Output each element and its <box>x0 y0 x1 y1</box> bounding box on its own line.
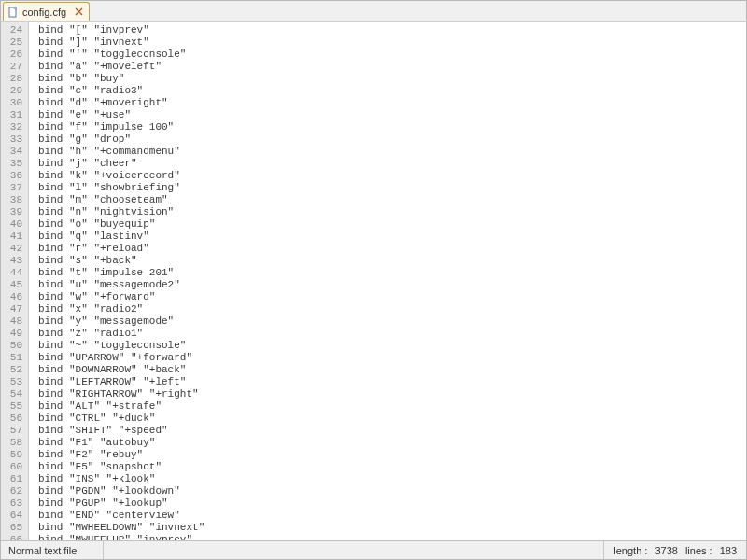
line-number: 34 <box>1 146 28 158</box>
code-line[interactable]: bind "UPARROW" "+forward" <box>38 352 746 364</box>
code-line[interactable]: bind "F1" "autobuy" <box>38 437 746 449</box>
code-line[interactable]: bind "n" "nightvision" <box>38 206 746 218</box>
code-line[interactable]: bind "RIGHTARROW" "+right" <box>38 388 746 400</box>
line-number: 53 <box>1 376 28 388</box>
line-number: 66 <box>1 534 28 540</box>
code-line[interactable]: bind "w" "+forward" <box>38 291 746 303</box>
code-line[interactable]: bind "u" "messagemode2" <box>38 279 746 291</box>
line-number: 54 <box>1 388 28 400</box>
status-spacer <box>104 541 604 559</box>
line-number: 32 <box>1 121 28 133</box>
code-line[interactable]: bind "F5" "snapshot" <box>38 461 746 473</box>
code-line[interactable]: bind "]" "invnext" <box>38 36 746 49</box>
code-line[interactable]: bind "t" "impulse 201" <box>38 267 746 279</box>
code-line[interactable]: bind "c" "radio3" <box>38 85 746 97</box>
line-number: 41 <box>1 231 28 243</box>
code-line[interactable]: bind "r" "+reload" <box>38 243 746 255</box>
line-number: 31 <box>1 109 28 121</box>
code-line[interactable]: bind "F2" "rebuy" <box>38 449 746 461</box>
code-content[interactable]: bind "[" "invprev"bind "]" "invnext"bind… <box>29 22 746 540</box>
line-number: 56 <box>1 413 28 425</box>
code-line[interactable]: bind "m" "chooseteam" <box>38 194 746 206</box>
editor-area[interactable]: 2425262728293031323334353637383940414243… <box>1 21 746 540</box>
code-line[interactable]: bind "'" "toggleconsole" <box>38 49 746 61</box>
code-line[interactable]: bind "g" "drop" <box>38 133 746 146</box>
line-number: 50 <box>1 340 28 352</box>
code-line[interactable]: bind "y" "messagemode" <box>38 315 746 328</box>
line-number: 39 <box>1 206 28 218</box>
code-line[interactable]: bind "z" "radio1" <box>38 328 746 340</box>
line-number: 58 <box>1 437 28 449</box>
line-number: 27 <box>1 61 28 73</box>
line-number: 30 <box>1 97 28 109</box>
line-number: 35 <box>1 158 28 170</box>
code-line[interactable]: bind "j" "cheer" <box>38 158 746 170</box>
line-number: 62 <box>1 485 28 497</box>
line-number: 37 <box>1 182 28 194</box>
line-number: 65 <box>1 522 28 534</box>
status-filetype: Normal text file <box>1 541 104 559</box>
code-line[interactable]: bind "e" "+use" <box>38 109 746 121</box>
code-line[interactable]: bind "END" "centerview" <box>38 510 746 522</box>
line-number: 43 <box>1 255 28 267</box>
code-line[interactable]: bind "SHIFT" "+speed" <box>38 425 746 437</box>
code-line[interactable]: bind "PGUP" "+lookup" <box>38 497 746 510</box>
code-line[interactable]: bind "h" "+commandmenu" <box>38 146 746 158</box>
line-number: 33 <box>1 133 28 146</box>
line-number: 49 <box>1 328 28 340</box>
status-length-label: length : <box>613 545 647 556</box>
code-line[interactable]: bind "~" "toggleconsole" <box>38 340 746 352</box>
line-number: 48 <box>1 315 28 328</box>
line-number: 38 <box>1 194 28 206</box>
line-number: 44 <box>1 267 28 279</box>
status-bar: Normal text file length : 3738 lines : 1… <box>1 540 746 559</box>
line-number: 57 <box>1 425 28 437</box>
line-number: 36 <box>1 170 28 182</box>
line-number: 28 <box>1 73 28 85</box>
code-line[interactable]: bind "LEFTARROW" "+left" <box>38 376 746 388</box>
code-line[interactable]: bind "a" "+moveleft" <box>38 61 746 73</box>
line-number: 59 <box>1 449 28 461</box>
line-number-gutter: 2425262728293031323334353637383940414243… <box>1 22 29 540</box>
code-line[interactable]: bind "k" "+voicerecord" <box>38 170 746 182</box>
line-number: 55 <box>1 400 28 413</box>
status-lines-label: lines : <box>685 545 712 556</box>
tab-config-cfg[interactable]: config.cfg <box>3 2 90 21</box>
code-line[interactable]: bind "INS" "+klook" <box>38 473 746 485</box>
code-line[interactable]: bind "f" "impulse 100" <box>38 121 746 133</box>
code-line[interactable]: bind "DOWNARROW" "+back" <box>38 364 746 376</box>
tab-filename: config.cfg <box>22 7 66 18</box>
code-line[interactable]: bind "PGDN" "+lookdown" <box>38 485 746 497</box>
line-number: 52 <box>1 364 28 376</box>
line-number: 51 <box>1 352 28 364</box>
code-line[interactable]: bind "o" "buyequip" <box>38 218 746 231</box>
code-line[interactable]: bind "MWHEELUP" "invprev" <box>38 534 746 540</box>
line-number: 25 <box>1 36 28 49</box>
tab-bar: config.cfg <box>1 1 746 21</box>
code-line[interactable]: bind "q" "lastinv" <box>38 231 746 243</box>
code-line[interactable]: bind "CTRL" "+duck" <box>38 413 746 425</box>
line-number: 24 <box>1 24 28 36</box>
line-number: 46 <box>1 291 28 303</box>
line-number: 29 <box>1 85 28 97</box>
line-number: 40 <box>1 218 28 231</box>
code-line[interactable]: bind "MWHEELDOWN" "invnext" <box>38 522 746 534</box>
line-number: 63 <box>1 497 28 510</box>
code-line[interactable]: bind "ALT" "+strafe" <box>38 400 746 413</box>
line-number: 61 <box>1 473 28 485</box>
code-line[interactable]: bind "x" "radio2" <box>38 303 746 315</box>
line-number: 26 <box>1 49 28 61</box>
code-line[interactable]: bind "l" "showbriefing" <box>38 182 746 194</box>
close-icon[interactable] <box>74 7 83 17</box>
line-number: 60 <box>1 461 28 473</box>
status-metrics: length : 3738 lines : 183 <box>604 541 746 559</box>
file-icon <box>7 7 19 18</box>
code-line[interactable]: bind "s" "+back" <box>38 255 746 267</box>
code-line[interactable]: bind "[" "invprev" <box>38 24 746 36</box>
status-length-value: 3738 <box>655 545 677 556</box>
status-lines-value: 183 <box>720 545 737 556</box>
code-line[interactable]: bind "b" "buy" <box>38 73 746 85</box>
line-number: 42 <box>1 243 28 255</box>
line-number: 64 <box>1 510 28 522</box>
code-line[interactable]: bind "d" "+moveright" <box>38 97 746 109</box>
